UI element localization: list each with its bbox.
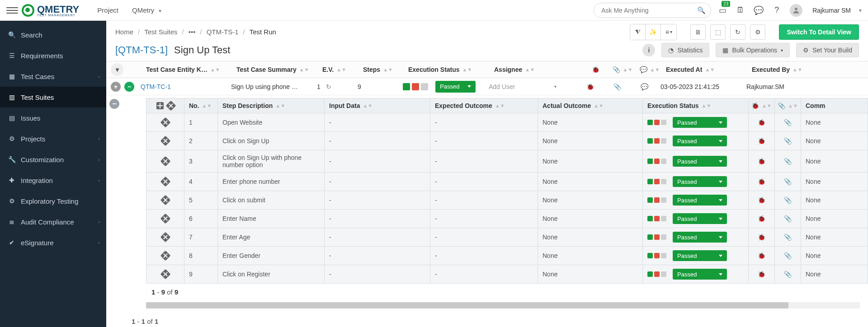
sort-icon[interactable]: ▲▼ (299, 68, 309, 71)
info-button[interactable]: i (642, 44, 655, 56)
sidebar-item-requirements[interactable]: ☰Requirements (0, 45, 106, 66)
tc-status-dropdown[interactable]: Passed (435, 81, 476, 93)
sort-icon[interactable]: ▲▼ (462, 68, 472, 71)
sidebar-item-audit-compliance[interactable]: ≣Audit Compliance› (0, 211, 106, 232)
sort-icon[interactable]: ▲▼ (202, 104, 212, 107)
step-status-dropdown[interactable]: Passed (673, 213, 727, 224)
step-row[interactable]: 1Open Website--NonePassed🐞📎None (146, 113, 868, 132)
tc-key[interactable]: QTM-TC-1 (141, 83, 171, 90)
sort-button[interactable]: ≡▾ (661, 24, 676, 40)
col-expected[interactable]: Expected Outcome (435, 102, 492, 109)
sort-icon[interactable]: ▲▼ (594, 104, 604, 107)
step-row[interactable]: 2Click on Sign Up--NonePassed🐞📎None (146, 132, 868, 150)
expand-step-icon[interactable] (160, 269, 170, 280)
attachment-icon[interactable]: 📎 (784, 137, 792, 145)
collapse-row-button[interactable]: − (124, 82, 134, 92)
expand-step-icon[interactable] (160, 214, 170, 224)
col-steps[interactable]: Steps (363, 66, 380, 73)
sort-icon[interactable]: ▲▼ (793, 68, 802, 71)
assignee-dropdown[interactable]: Add User ▾ (489, 80, 557, 93)
step-status-dropdown[interactable]: Passed (673, 117, 727, 128)
sort-icon[interactable]: ▲▼ (336, 68, 346, 71)
sort-icon[interactable]: ▲▼ (705, 68, 715, 71)
switch-detail-view-button[interactable]: Switch To Detail View (779, 24, 859, 40)
attachment-header-icon[interactable]: 📎 (778, 102, 785, 109)
project-label[interactable]: Project (97, 6, 118, 14)
attachment-header-icon[interactable]: 📎 (613, 66, 620, 73)
collapse-steps-button[interactable]: − (109, 99, 119, 109)
step-swatches[interactable] (647, 234, 666, 240)
sort-icon[interactable]: ▲▼ (702, 104, 712, 107)
step-row[interactable]: 6Enter Name--NonePassed🐞📎None (146, 210, 868, 228)
breadcrumb-ts-key[interactable]: QTM-TS-1 (207, 28, 239, 36)
expand-step-icon[interactable] (160, 232, 170, 243)
attachment-icon[interactable]: 📎 (784, 196, 792, 204)
expand-step-icon[interactable] (160, 117, 170, 128)
sidebar-item-esignature[interactable]: ✔eSignature› (0, 232, 106, 253)
app-logo[interactable]: QMETRY TEST MANAGEMENT (22, 4, 79, 17)
step-status-dropdown[interactable]: Passed (673, 195, 727, 206)
attachment-icon[interactable]: 📎 (784, 234, 792, 241)
sidebar-item-search[interactable]: 🔍Search (0, 24, 106, 45)
calendar-button[interactable]: 🗓 (736, 5, 745, 15)
attachment-icon[interactable]: 📎 (784, 215, 792, 222)
col-exec-status[interactable]: Execution Status (408, 66, 460, 73)
step-status-dropdown[interactable]: Passed (673, 135, 727, 146)
sort-icon[interactable]: ▲▼ (363, 104, 373, 107)
sort-icon[interactable]: ▲▼ (788, 104, 798, 107)
sidebar-item-projects[interactable]: ⚙Projects› (0, 128, 106, 149)
expand-step-icon[interactable] (160, 251, 170, 261)
col-step-desc[interactable]: Step Description (222, 102, 273, 109)
statistics-button[interactable]: ◔ Statistics (661, 43, 709, 57)
bug-icon[interactable]: 🐞 (758, 178, 765, 185)
expand-step-icon[interactable] (160, 177, 170, 187)
step-swatches[interactable] (647, 179, 666, 184)
set-build-button[interactable]: ⚙ Set Your Build (796, 43, 859, 57)
col-exec-by[interactable]: Executed By (752, 66, 790, 73)
project-dropdown[interactable]: QMetry ▾ (132, 6, 161, 14)
refresh-small-icon[interactable]: ↻ (326, 83, 331, 90)
bug-icon[interactable]: 🐞 (758, 196, 765, 204)
sidebar-item-test-cases[interactable]: ▦Test Cases› (0, 66, 106, 87)
step-row[interactable]: 3Click on Sign Up with phone number opti… (146, 150, 868, 173)
global-search-input[interactable] (594, 3, 711, 18)
step-swatches[interactable] (647, 159, 666, 164)
bug-icon[interactable]: 🐞 (758, 158, 765, 165)
sidebar-item-test-suites[interactable]: ▥Test Suites (0, 87, 106, 107)
col-ev[interactable]: E.V. (322, 66, 334, 73)
user-menu-chevron-icon[interactable]: ▾ (859, 7, 862, 14)
col-assignee[interactable]: Assignee (494, 66, 522, 73)
step-status-dropdown[interactable]: Passed (673, 250, 727, 261)
step-swatches[interactable] (647, 197, 666, 203)
bug-icon[interactable]: 🐞 (758, 137, 765, 145)
step-row[interactable]: 8Enter Gender--NonePassed🐞📎None (146, 247, 868, 265)
notifications-button[interactable]: ▭ 23 (717, 5, 727, 15)
expand-step-icon[interactable] (160, 195, 170, 206)
user-avatar[interactable] (790, 4, 802, 17)
collapse-all-icon[interactable] (165, 101, 176, 111)
search-icon[interactable]: 🔍 (697, 6, 706, 14)
step-status-dropdown[interactable]: Passed (673, 232, 727, 243)
expand-step-icon[interactable] (160, 156, 170, 167)
export-pdf-button[interactable]: 🗎 (690, 24, 706, 40)
sort-icon[interactable]: ▲▼ (762, 104, 772, 107)
bug-icon[interactable]: 🐞 (758, 252, 765, 259)
sort-icon[interactable]: ▲▼ (650, 68, 660, 71)
bug-header-icon[interactable]: 🐞 (751, 102, 759, 109)
sidebar-item-issues[interactable]: ▤Issues (0, 107, 106, 128)
expand-step-icon[interactable] (160, 136, 170, 146)
horizontal-scrollbar[interactable] (146, 302, 860, 308)
step-status-dropdown[interactable]: Passed (673, 156, 727, 167)
bug-icon[interactable]: 🐞 (758, 234, 765, 241)
step-swatches[interactable] (647, 271, 666, 277)
sidebar-item-integration[interactable]: ✚Integration› (0, 170, 106, 191)
step-row[interactable]: 5Click on submit--NonePassed🐞📎None (146, 191, 868, 210)
settings-button[interactable]: ⚙ (750, 24, 765, 40)
col-summary[interactable]: Test Case Summary (236, 66, 297, 73)
step-row[interactable]: 7Enter Age--NonePassed🐞📎None (146, 228, 868, 247)
refresh-button[interactable]: ↻ (730, 24, 745, 40)
hamburger-menu[interactable] (6, 5, 18, 16)
col-step-exec[interactable]: Execution Status (647, 102, 699, 109)
col-actual[interactable]: Actual Outcome (542, 102, 591, 109)
attachment-icon[interactable]: 📎 (613, 83, 621, 90)
